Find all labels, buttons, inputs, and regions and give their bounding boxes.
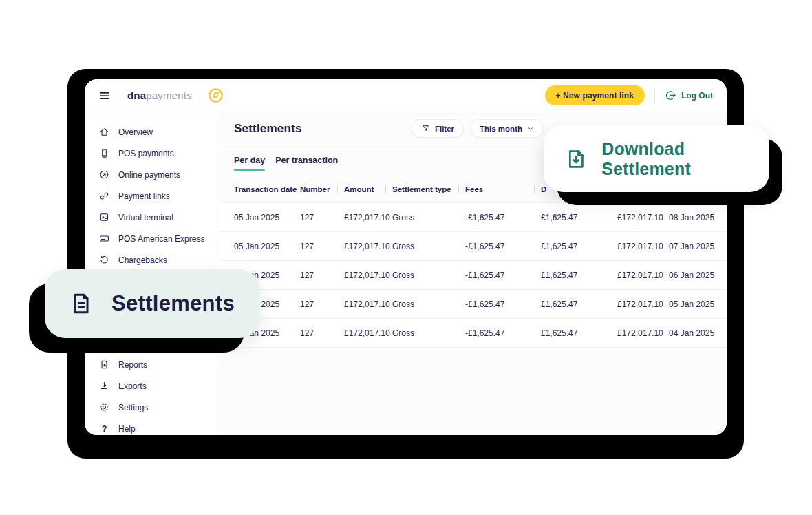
logout-label: Log Out [681,91,713,101]
document-icon [69,291,94,316]
cell-settlement-date: 08 Jan 2025 [669,213,714,222]
column-header: Number [300,176,344,202]
cell-settlement-type: Gross [392,299,465,309]
brand-divider [200,89,200,103]
download-icon [99,381,109,391]
period-selected-value: This month [480,125,522,133]
page: dnapayments + New payment link Log Out [0,0,812,515]
download-settlement-callout[interactable]: Download Settlement [544,125,769,192]
cell-transaction-date: 05 Jan 2025 [234,242,300,251]
cell-number: 127 [300,328,344,338]
topbar-divider [654,87,655,104]
cell-number: 127 [300,271,344,280]
tab-per-transaction[interactable]: Per transaction [275,145,338,176]
cell-settlement-type: Gross [392,242,465,251]
column-header: Settlement type [392,176,465,202]
sidebar-item-label: Help [118,424,136,434]
cell-number: 127 [300,213,344,222]
cell-net-amount: £172,017.10 [617,242,669,251]
sidebar-item-reports[interactable]: Reports [85,354,220,375]
tab-per-day[interactable]: Per day [234,145,265,176]
cell-fees: -£1,625.47 [465,242,541,251]
link-icon [99,191,109,201]
cell-settlement-date: 05 Jan 2025 [669,299,714,309]
file-download-icon [565,147,587,171]
logout-button[interactable]: Log Out [665,90,713,101]
sidebar-item-settings[interactable]: Settings [85,397,220,418]
settlements-callout-label: Settlements [111,291,235,316]
sidebar-item-label: Overview [118,127,153,137]
cell-settlement-type: Gross [392,271,465,280]
column-header: Transaction date [234,176,300,202]
cell-net-amount: £172,017.10 [617,328,669,338]
cell-amount: £172,017.10 [344,271,392,280]
header-actions: Filter This month [412,119,544,138]
sidebar-item-payment-links[interactable]: Payment links [85,185,220,207]
table-row[interactable]: 05 Jan 2025 127 £172,017.10 Gross -£1,62… [220,232,727,261]
period-dropdown[interactable]: This month [470,119,544,138]
cell-deductions: £1,625.47 [541,299,617,309]
header-separator [534,185,535,193]
cell-amount: £172,017.10 [344,213,392,222]
question-icon: ? [99,424,109,434]
hamburger-menu-icon[interactable] [98,90,111,102]
sidebar-item-help[interactable]: ? Help [85,418,220,435]
cell-net-amount: £172,017.10 [617,213,669,222]
chevron-down-icon [527,125,534,132]
sidebar-item-virtual-terminal[interactable]: Virtual terminal [85,207,220,228]
table-row[interactable]: 05 Jan 2025 127 £172,017.10 Gross -£1,62… [220,203,727,232]
sidebar-item-label: Virtual terminal [118,213,173,222]
cell-settlement-date: 04 Jan 2025 [669,328,714,338]
sidebar-item-exports[interactable]: Exports [85,375,220,397]
logout-icon [665,90,676,101]
cell-fees: -£1,625.47 [465,328,541,338]
sidebar-item-pos-payments[interactable]: POS payments [85,143,220,164]
cell-number: 127 [300,242,344,251]
header-separator [337,185,338,193]
cell-fees: -£1,625.47 [465,271,541,280]
sidebar-item-pos-american-express[interactable]: POS American Express [85,228,220,249]
sidebar-item-label: POS American Express [118,234,204,244]
sidebar-item-label: Online payments [118,170,180,180]
sidebar-item-label: Reports [118,360,147,370]
cell-deductions: £1,625.47 [541,242,617,251]
sidebar-item-chargebacks[interactable]: Chargebacks [85,249,220,271]
settlements-callout[interactable]: Settlements [45,269,260,338]
top-bar: dnapayments + New payment link Log Out [85,79,727,112]
cell-amount: £172,017.10 [344,242,392,251]
table-row[interactable]: 05 Jan 2025 127 £172,017.10 Gross -£1,62… [220,319,727,348]
cell-amount: £172,017.10 [344,299,392,309]
home-icon [99,127,109,137]
sidebar-item-label: Payment links [118,191,170,201]
page-title: Settlements [234,122,302,136]
filter-button[interactable]: Filter [412,119,464,138]
sidebar-item-online-payments[interactable]: Online payments [85,164,220,185]
cell-amount: £172,017.10 [344,328,392,338]
gear-icon [99,402,109,412]
terminal-icon [99,212,109,222]
brand-logo: dnapayments [127,90,192,101]
download-callout-label: Download Settlement [601,139,769,179]
funnel-icon [421,124,430,133]
sidebar-item-label: Settings [118,403,148,412]
brand-light: payments [146,90,192,101]
sidebar-item-label: Chargebacks [118,255,167,265]
report-doc-icon [99,359,109,370]
new-payment-link-button[interactable]: + New payment link [545,85,645,105]
cell-settlement-type: Gross [392,328,465,338]
filter-label: Filter [435,125,454,133]
cell-settlement-date: 07 Jan 2025 [669,242,714,251]
column-header: Fees [465,176,541,202]
brand-mark-icon [208,87,224,103]
table-row[interactable]: 05 Jan 2025 127 £172,017.10 Gross -£1,62… [220,261,727,290]
brand-bold: dna [127,90,146,101]
cell-settlement-date: 06 Jan 2025 [669,271,714,280]
refund-arrow-icon [99,255,109,265]
cell-transaction-date: 05 Jan 2025 [234,213,300,222]
table-row[interactable]: 05 Jan 2025 127 £172,017.10 Gross -£1,62… [220,290,727,319]
cell-deductions: £1,625.47 [541,271,617,280]
cell-deductions: £1,625.47 [541,328,617,338]
cell-fees: -£1,625.47 [465,213,541,222]
cell-number: 127 [300,299,344,309]
sidebar-item-overview[interactable]: Overview [85,121,220,143]
